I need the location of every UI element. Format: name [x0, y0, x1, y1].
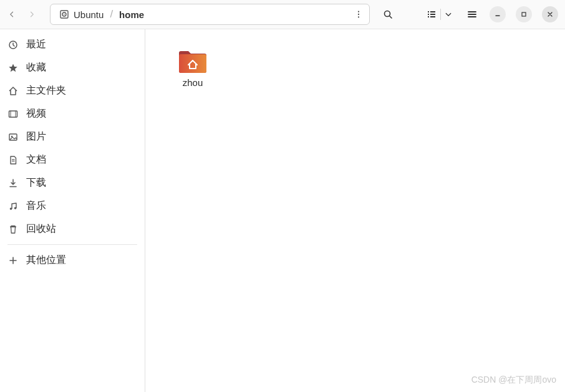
- svg-rect-20: [9, 111, 17, 117]
- svg-rect-10: [428, 14, 429, 15]
- view-options-button[interactable]: [441, 6, 456, 23]
- home-folder-icon: [178, 48, 208, 74]
- folder-item[interactable]: zhou: [163, 48, 223, 88]
- svg-rect-18: [522, 12, 526, 16]
- sidebar-item-label: 图片: [26, 130, 46, 143]
- list-icon: [427, 9, 437, 19]
- sidebar-item-label: 下载: [26, 176, 46, 189]
- sidebar-item-label: 主文件夹: [26, 84, 66, 97]
- sidebar-item-trash[interactable]: 回收站: [0, 218, 145, 241]
- watermark: CSDN @在下周周ovo: [471, 375, 556, 386]
- path-root[interactable]: Ubuntu: [57, 9, 106, 20]
- file-name-label: zhou: [183, 77, 203, 88]
- path-current-label: home: [119, 9, 144, 20]
- svg-rect-11: [430, 14, 435, 15]
- hamburger-menu-button[interactable]: [463, 5, 481, 24]
- view-mode-split-button: [422, 5, 456, 24]
- sidebar-item-label: 最近: [26, 38, 46, 51]
- video-icon: [7, 108, 19, 120]
- sidebar-item-label: 回收站: [26, 222, 56, 236]
- document-icon: [7, 155, 19, 166]
- sidebar-item-home[interactable]: 主文件夹: [0, 79, 145, 102]
- path-separator: /: [106, 8, 117, 21]
- disk-icon: [59, 9, 69, 19]
- plus-icon: [7, 255, 19, 266]
- sidebar-item-other-locations[interactable]: 其他位置: [0, 249, 145, 272]
- sidebar-item-documents[interactable]: 文档: [0, 148, 145, 171]
- clock-icon: [7, 39, 19, 50]
- list-view-button[interactable]: [423, 6, 440, 23]
- minimize-icon: [494, 11, 501, 18]
- svg-point-3: [358, 11, 359, 12]
- path-current[interactable]: home: [117, 9, 147, 20]
- svg-rect-8: [428, 11, 429, 12]
- path-root-label: Ubuntu: [74, 9, 104, 20]
- content-pane[interactable]: zhou CSDN @在下周周ovo: [145, 29, 565, 392]
- path-bar[interactable]: Ubuntu / home: [50, 4, 370, 25]
- close-icon: [546, 11, 554, 18]
- path-menu-button[interactable]: [350, 6, 367, 22]
- sidebar-separator: [7, 244, 137, 245]
- svg-point-29: [14, 207, 17, 209]
- chevron-down-icon: [445, 11, 452, 18]
- svg-rect-9: [430, 11, 435, 12]
- sidebar-item-music[interactable]: 音乐: [0, 194, 145, 218]
- svg-point-28: [10, 208, 12, 210]
- hamburger-icon: [467, 9, 477, 19]
- trash-icon: [7, 224, 19, 235]
- svg-line-7: [390, 16, 392, 19]
- sidebar-item-label: 其他位置: [26, 254, 66, 267]
- search-button[interactable]: [379, 5, 397, 24]
- sidebar-item-downloads[interactable]: 下载: [0, 171, 145, 194]
- sidebar-item-label: 音乐: [26, 199, 46, 213]
- search-icon: [383, 9, 393, 19]
- svg-rect-13: [430, 16, 435, 17]
- sidebar: 最近 收藏 主文件夹 视频 图片: [0, 29, 145, 392]
- chevron-right-icon: [28, 11, 36, 18]
- star-icon: [7, 62, 19, 74]
- sidebar-item-videos[interactable]: 视频: [0, 102, 145, 125]
- kebab-icon: [354, 10, 363, 19]
- maximize-icon: [520, 11, 528, 18]
- sidebar-item-label: 视频: [26, 107, 46, 120]
- sidebar-item-recent[interactable]: 最近: [0, 33, 145, 56]
- nav-forward-button[interactable]: [24, 6, 40, 22]
- body: 最近 收藏 主文件夹 视频 图片: [0, 29, 565, 392]
- music-icon: [7, 201, 19, 212]
- window-maximize-button[interactable]: [516, 6, 532, 22]
- download-icon: [7, 178, 19, 189]
- sidebar-item-pictures[interactable]: 图片: [0, 125, 145, 148]
- svg-rect-12: [428, 16, 429, 17]
- svg-point-5: [358, 16, 359, 17]
- header-toolbar: Ubuntu / home: [0, 0, 565, 29]
- chevron-left-icon: [8, 11, 16, 18]
- sidebar-item-label: 收藏: [26, 61, 46, 74]
- sidebar-item-label: 文档: [26, 153, 46, 166]
- window-minimize-button[interactable]: [490, 6, 506, 22]
- svg-point-2: [64, 14, 65, 15]
- picture-icon: [7, 131, 19, 143]
- home-icon: [7, 85, 19, 97]
- nav-back-button[interactable]: [4, 6, 20, 22]
- window-close-button[interactable]: [542, 6, 558, 22]
- sidebar-item-starred[interactable]: 收藏: [0, 56, 145, 79]
- svg-point-4: [358, 14, 359, 15]
